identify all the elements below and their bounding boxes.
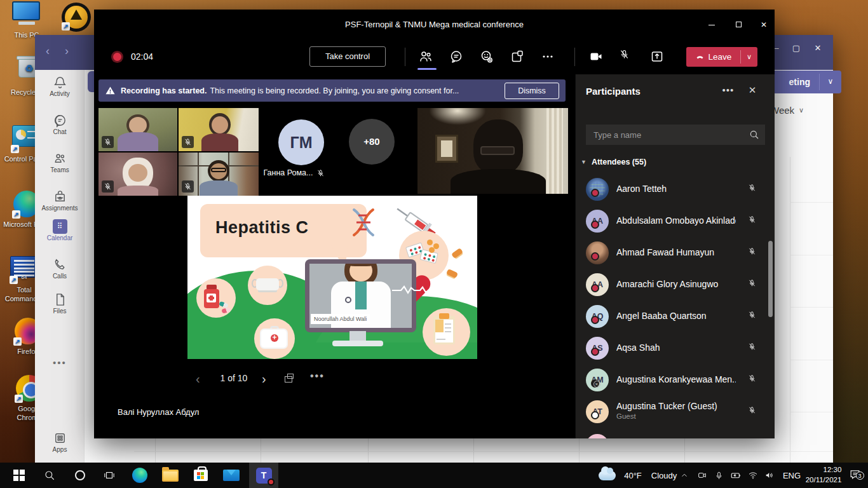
close-button[interactable]: ✕ [753,18,775,31]
bell-icon [53,75,67,90]
participants-button[interactable] [418,49,435,65]
participants-scrollbar[interactable] [768,241,773,317]
tray-battery-button[interactable] [727,463,745,488]
action-center-button[interactable]: 3 [845,463,864,488]
attendee-row[interactable]: AS Aqsa Shah [576,332,775,364]
video-thumbnail[interactable] [98,108,177,151]
bandage-illustration [446,269,458,278]
taskbar-explorer-button[interactable] [158,463,183,488]
pop-out-slides-button[interactable] [285,374,296,384]
taskbar-mail-button[interactable] [219,463,244,488]
dismiss-button[interactable]: Dismiss [505,83,559,99]
search-icon[interactable] [749,129,760,140]
taskbar-clock[interactable]: 12:3020/11/2021 [803,463,844,488]
attendees-section-header[interactable]: ▼Attendees (55) [581,158,646,166]
slide-more-options-button[interactable]: ••• [310,370,325,382]
attendee-subtitle: Guest [616,412,636,420]
presence-badge [591,316,599,324]
attendees-count-label: Attendees (55) [592,158,646,166]
back-arrow-icon[interactable]: ‹ [41,44,54,58]
rail-item-assignments[interactable]: Assignments [35,189,85,212]
rail-item-files[interactable]: Files [35,292,85,315]
leave-label: Leave [709,52,732,62]
banner-text: This meeting is being recorded. By joini… [210,86,499,95]
notification-count-badge: 3 [856,471,864,480]
video-thumbnail[interactable] [179,108,259,151]
meeting-timer: 02:04 [131,51,153,62]
meeting-titlebar: PSF-Ternopil & TNMU Mega medical confere… [94,10,775,39]
leave-button[interactable]: Leave ∨ [686,47,757,67]
taskbar-search-button[interactable] [37,463,62,488]
chat-button[interactable] [449,49,465,65]
rail-label: Teams [50,166,69,173]
tray-mic-button[interactable] [710,463,727,488]
chevron-down-icon[interactable]: ∨ [741,47,757,67]
tray-expand-button[interactable] [676,463,693,488]
attendee-row[interactable]: AQ Angel Baaba Quartson [576,301,775,332]
clipboard-circle-illustration [423,308,470,356]
task-view-button[interactable] [97,463,122,488]
maximize-button[interactable]: ▢ [787,43,805,53]
rail-label: Assignments [41,205,78,212]
mic-muted-icon [184,182,192,191]
rail-item-calendar[interactable]: Calendar [35,219,85,241]
next-slide-button[interactable]: › [262,372,266,386]
attendee-row[interactable]: AM Augustina Korankyewaa Men... [576,364,775,396]
weather-temp[interactable]: 40°F [618,463,648,488]
mic-muted-icon [748,279,756,287]
maximize-button[interactable] [728,18,749,31]
taskbar-teams-button[interactable]: T [249,463,278,488]
bandage-illustration [451,248,463,259]
attendee-row[interactable]: AA Abdulsalam Omobayo Akinlade [576,205,775,237]
mic-muted-icon [104,182,112,191]
weather-icon[interactable] [596,463,618,488]
participants-close-button[interactable]: ✕ [745,85,760,96]
taskbar: T 40°F Cloudy ENG 12:3020/11/2021 3 [0,463,868,488]
close-button[interactable]: ✕ [809,43,827,53]
avatar[interactable]: ГМ [278,119,324,165]
rail-label: Calendar [47,234,73,241]
chevron-down-icon[interactable]: ∨ [820,71,841,93]
attendee-row[interactable]: AT Augustina Tucker (Guest) Guest [576,396,775,428]
attendee-row[interactable]: AA Amarachi Glory Asinugwo [576,269,775,301]
overflow-participants-badge[interactable]: +80 [349,119,395,165]
speaker-icon [764,470,775,480]
this-pc-icon [12,1,41,29]
taskbar-store-button[interactable] [188,463,214,488]
reactions-button[interactable] [479,49,496,65]
rail-item-apps[interactable]: Apps [35,431,85,453]
language-indicator[interactable]: ENG [779,463,804,488]
take-control-button[interactable]: Take control [309,46,386,67]
camera-on-icon [588,49,604,64]
minimize-button[interactable] [701,18,722,31]
rail-item-chat[interactable]: Chat [35,113,85,135]
rail-item-more[interactable]: ••• [35,357,85,368]
camera-button[interactable] [588,49,605,65]
rail-item-calls[interactable]: Calls [35,257,85,280]
attendee-row[interactable]: Ahmad Fawad Humayun [576,237,775,269]
previous-slide-button[interactable]: ‹ [196,372,200,386]
start-button[interactable] [6,463,32,488]
breakout-rooms-button[interactable] [510,49,526,65]
video-thumbnail[interactable] [98,152,177,196]
mic-muted-icon [748,311,756,319]
tray-wifi-button[interactable] [745,463,761,488]
video-large[interactable] [417,108,568,194]
share-button[interactable] [649,49,666,65]
attendee-row[interactable]: Aaron Tetteh [576,173,775,205]
meet-now-button[interactable] [694,463,710,488]
tray-volume-button[interactable] [761,463,778,488]
taskbar-edge-button[interactable] [127,463,153,488]
mic-button[interactable] [619,49,635,65]
desktop-icon-aimp[interactable]: ↗ [52,3,100,32]
more-actions-button[interactable] [540,49,557,65]
rail-item-teams[interactable]: Teams [35,151,85,173]
participants-more-button[interactable]: ••• [721,85,736,95]
desktop-icon-this-pc[interactable]: This PC [3,1,51,40]
cortana-button[interactable] [67,463,93,488]
presentation-slide[interactable]: Hepatitis C [187,196,477,359]
rail-item-activity[interactable]: Activity [35,75,85,97]
forward-arrow-icon[interactable]: › [60,44,73,58]
backpack-icon [53,189,67,204]
search-input[interactable] [586,125,765,145]
